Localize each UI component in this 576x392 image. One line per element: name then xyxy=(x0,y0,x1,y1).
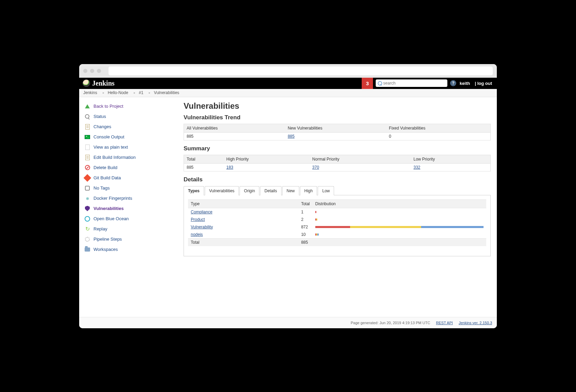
sidebar-item-plain-text[interactable]: View as plain text xyxy=(79,142,182,152)
window-close-dot[interactable] xyxy=(83,69,87,73)
tab-new[interactable]: New xyxy=(282,186,299,195)
distribution-segment-normal xyxy=(316,218,317,221)
sidebar-label: Workspaces xyxy=(93,247,118,252)
breadcrumb-item[interactable]: Vulnerabilities xyxy=(154,90,179,95)
git-icon xyxy=(84,175,91,181)
blue-ocean-icon xyxy=(84,215,91,222)
summary-table: Total High Priority Normal Priority Low … xyxy=(184,155,491,171)
breadcrumb-item[interactable]: Hello-Node xyxy=(108,90,128,95)
sidebar-item-delete-build[interactable]: Delete Build xyxy=(79,163,182,173)
tab-low[interactable]: Low xyxy=(318,186,334,195)
page-footer: Page generated: Jun 20, 2019 4:19:13 PM … xyxy=(79,317,497,328)
tab-origin[interactable]: Origin xyxy=(240,186,259,195)
footer-rest-api-link[interactable]: REST API xyxy=(436,321,453,325)
help-icon[interactable]: ? xyxy=(450,80,456,86)
distribution-bar xyxy=(315,218,484,221)
table-row: Compliance1 xyxy=(188,208,486,216)
details-type-link[interactable]: Product xyxy=(191,217,205,222)
footer-version-link[interactable]: Jenkins ver. 2.150.3 xyxy=(459,321,492,325)
distribution-cell xyxy=(313,223,486,231)
sidebar-item-vulnerabilities[interactable]: Vulnerabilities xyxy=(79,203,182,214)
trend-new-link[interactable]: 885 xyxy=(288,134,294,139)
sidebar-label: Open Blue Ocean xyxy=(93,216,129,221)
summary-low-link[interactable]: 332 xyxy=(414,165,420,170)
sidebar-item-status[interactable]: Status xyxy=(79,111,182,122)
arrow-up-icon xyxy=(84,103,91,110)
summary-high-link[interactable]: 183 xyxy=(226,165,233,170)
details-row-total: 872 xyxy=(298,223,312,231)
sidebar-label: Changes xyxy=(93,124,111,129)
breadcrumbs: Jenkins▸ Hello-Node▸ #1▸ Vulnerabilities xyxy=(79,89,497,97)
notification-badge[interactable]: 3 xyxy=(362,78,373,89)
document-icon xyxy=(84,123,91,130)
window-max-dot[interactable] xyxy=(97,69,101,73)
sidebar-label: View as plain text xyxy=(93,145,128,150)
details-heading: Details xyxy=(184,176,491,183)
tag-icon xyxy=(84,185,91,192)
trend-all-value: 885 xyxy=(184,132,285,140)
tab-vulnerabilities[interactable]: Vulnerabilities xyxy=(205,186,239,195)
sidebar-label: Status xyxy=(93,114,106,119)
sidebar-item-pipeline-steps[interactable]: Pipeline Steps xyxy=(79,234,182,244)
tab-high[interactable]: High xyxy=(300,186,317,195)
sidebar-label: Console Output xyxy=(93,134,124,139)
sidebar-label: Replay xyxy=(93,226,107,231)
search-input[interactable] xyxy=(376,79,447,87)
table-row: Vulnerability872 xyxy=(188,223,486,231)
details-col-distribution: Distribution xyxy=(313,199,486,208)
gear-icon xyxy=(84,236,91,243)
distribution-segment-low xyxy=(317,233,319,236)
distribution-segment-normal xyxy=(350,226,421,228)
user-link[interactable]: keith xyxy=(460,81,470,86)
breadcrumb-item[interactable]: #1 xyxy=(139,90,143,95)
sidebar-label: Delete Build xyxy=(93,165,117,170)
search-wrap xyxy=(376,79,447,87)
chevron-right-icon: ▸ xyxy=(103,91,104,94)
table-row: 885 885 0 xyxy=(184,132,491,140)
jenkins-logo[interactable]: Jenkins xyxy=(79,79,118,87)
page-title: Vulnerabilities xyxy=(184,101,491,111)
tab-details[interactable]: Details xyxy=(260,186,282,195)
details-type-link[interactable]: nodejs xyxy=(191,232,203,237)
sidebar-item-no-tags[interactable]: No Tags xyxy=(79,183,182,193)
sidebar-label: Vulnerabilities xyxy=(93,206,124,211)
brand-text: Jenkins xyxy=(92,79,115,87)
sidebar-item-docker-fingerprints[interactable]: ⎈Docker Fingerprints xyxy=(79,193,182,203)
details-type-link[interactable]: Compliance xyxy=(191,210,212,214)
sidebar-item-edit-build-info[interactable]: Edit Build Information xyxy=(79,152,182,163)
details-row-total: 1 xyxy=(298,208,312,216)
details-footer-label: Total xyxy=(188,238,298,246)
sidebar-item-open-blue-ocean[interactable]: Open Blue Ocean xyxy=(79,214,182,224)
trend-col-fixed: Fixed Vulnerabilities xyxy=(386,124,491,132)
browser-chrome xyxy=(79,64,497,78)
sidebar-item-workspaces[interactable]: Workspaces xyxy=(79,244,182,255)
distribution-bar xyxy=(315,226,484,228)
window-min-dot[interactable] xyxy=(90,69,94,73)
sidebar-label: Docker Fingerprints xyxy=(93,196,132,201)
shield-icon xyxy=(84,205,91,212)
trend-table: All Vulnerabilities New Vulnerabilities … xyxy=(184,124,491,140)
sidebar-item-console-output[interactable]: Console Output xyxy=(79,132,182,142)
summary-total-value: 885 xyxy=(184,163,224,171)
logout-link[interactable]: | log out xyxy=(475,81,492,86)
sidebar-item-replay[interactable]: ↻Replay xyxy=(79,224,182,234)
tab-types[interactable]: Types xyxy=(184,186,204,195)
summary-col-high: High Priority xyxy=(224,155,309,163)
trend-heading: Vulnerabilities Trend xyxy=(184,114,491,121)
distribution-cell xyxy=(313,231,486,239)
sidebar-item-git-build-data[interactable]: Git Build Data xyxy=(79,173,182,183)
summary-col-normal: Normal Priority xyxy=(309,155,411,163)
details-type-link[interactable]: Vulnerability xyxy=(191,225,213,229)
chevron-right-icon: ▸ xyxy=(149,91,150,94)
summary-normal-link[interactable]: 370 xyxy=(312,165,319,170)
url-bar[interactable] xyxy=(109,66,493,75)
sidebar-item-changes[interactable]: Changes xyxy=(79,122,182,132)
breadcrumb-item[interactable]: Jenkins xyxy=(83,90,97,95)
distribution-segment-high xyxy=(315,226,350,228)
jenkins-header: Jenkins 3 ? keith | log out xyxy=(79,78,497,89)
sidebar-item-back-to-project[interactable]: Back to Project xyxy=(79,101,182,111)
terminal-icon xyxy=(84,134,91,140)
details-footer-total: 885 xyxy=(298,238,312,246)
sidebar-label: Git Build Data xyxy=(93,175,121,180)
sidebar-label: Edit Build Information xyxy=(93,155,136,160)
